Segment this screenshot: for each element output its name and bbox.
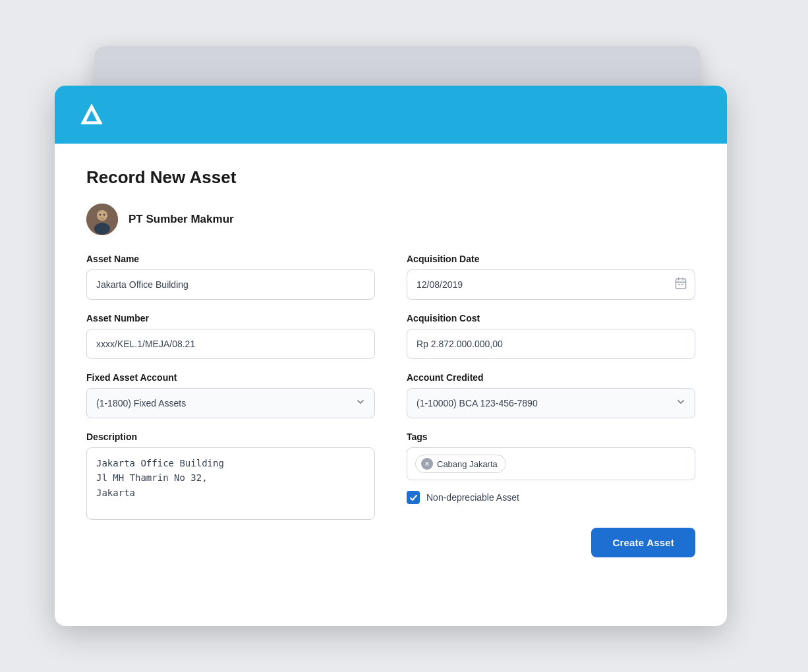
tag-item-cabang-jakarta[interactable]: Cabang Jakarta bbox=[415, 455, 506, 473]
acquisition-cost-group: Acquisition Cost bbox=[407, 313, 695, 359]
app-header bbox=[55, 86, 727, 144]
tag-label: Cabang Jakarta bbox=[437, 459, 498, 469]
acquisition-cost-input[interactable] bbox=[407, 329, 695, 359]
app-logo bbox=[76, 99, 107, 130]
non-depreciable-label: Non-depreciable Asset bbox=[426, 492, 519, 503]
tags-label: Tags bbox=[407, 432, 695, 442]
acquisition-date-group: Acquisition Date bbox=[407, 254, 695, 300]
fixed-asset-account-label: Fixed Asset Account bbox=[86, 372, 375, 383]
account-credited-select-wrap: (1-10000) BCA 123-456-7890 bbox=[407, 388, 695, 418]
page-title: Record New Asset bbox=[86, 167, 695, 188]
form-grid: Asset Name Acquisition Date bbox=[86, 254, 695, 571]
company-name: PT Sumber Makmur bbox=[129, 213, 234, 226]
description-textarea[interactable]: Jakarta Office Building Jl MH Thamrin No… bbox=[86, 447, 375, 520]
acquisition-date-label: Acquisition Date bbox=[407, 254, 695, 264]
account-credited-label: Account Credited bbox=[407, 372, 695, 383]
description-group: Description Jakarta Office Building Jl M… bbox=[86, 432, 375, 557]
form-content: Record New Asset PT bbox=[55, 144, 727, 594]
non-depreciable-row[interactable]: Non-depreciable Asset bbox=[407, 491, 695, 504]
svg-point-4 bbox=[103, 214, 105, 215]
asset-name-group: Asset Name bbox=[86, 254, 375, 300]
right-bottom-col: Tags Cabang Jakarta bbox=[407, 432, 695, 557]
acquisition-date-input[interactable] bbox=[407, 269, 695, 300]
tags-container[interactable]: Cabang Jakarta bbox=[407, 447, 695, 480]
company-row: PT Sumber Makmur bbox=[86, 204, 695, 235]
description-label: Description bbox=[86, 432, 375, 442]
asset-name-input[interactable] bbox=[86, 269, 375, 300]
svg-point-2 bbox=[94, 223, 110, 235]
button-row: Create Asset bbox=[407, 517, 695, 557]
asset-number-group: Asset Number bbox=[86, 313, 375, 359]
acquisition-cost-label: Acquisition Cost bbox=[407, 313, 695, 323]
svg-point-3 bbox=[100, 214, 101, 215]
acquisition-date-wrapper bbox=[407, 269, 695, 300]
create-asset-button[interactable]: Create Asset bbox=[591, 528, 695, 557]
asset-number-label: Asset Number bbox=[86, 313, 375, 323]
avatar bbox=[86, 204, 118, 235]
fixed-asset-account-select[interactable]: (1-1800) Fixed Assets bbox=[86, 388, 375, 418]
fixed-asset-account-select-wrap: (1-1800) Fixed Assets bbox=[86, 388, 375, 418]
tag-remove-icon[interactable] bbox=[421, 458, 433, 470]
main-card: Record New Asset PT bbox=[55, 86, 727, 626]
asset-name-label: Asset Name bbox=[86, 254, 375, 264]
account-credited-group: Account Credited (1-10000) BCA 123-456-7… bbox=[407, 372, 695, 418]
account-credited-select[interactable]: (1-10000) BCA 123-456-7890 bbox=[407, 388, 695, 418]
asset-number-input[interactable] bbox=[86, 329, 375, 359]
non-depreciable-checkbox[interactable] bbox=[407, 491, 420, 504]
fixed-asset-account-group: Fixed Asset Account (1-1800) Fixed Asset… bbox=[86, 372, 375, 418]
